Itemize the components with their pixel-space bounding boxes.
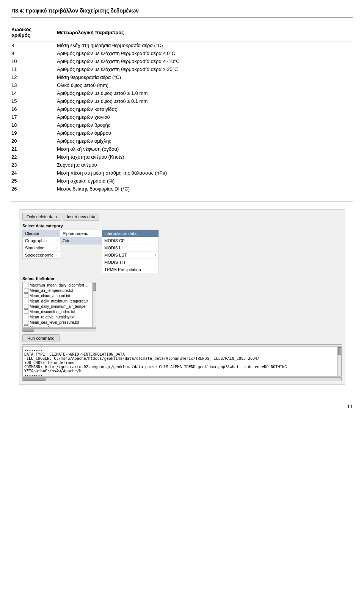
file-name: Mean_air_temperature.txt — [30, 288, 73, 293]
table-row: 24Μέση πίεση στη μέση στάθμη της θάλασσα… — [11, 169, 353, 177]
table-cell-param: Αριθμός ημερών με ελάχιστη θερμοκρασία α… — [57, 49, 353, 57]
cmd-line: -------- — [24, 348, 336, 352]
file-name: Mean_daily_maximum_temperatur — [30, 299, 88, 303]
cmd-output[interactable]: --------DATA TYPE: CLIMATE->GRID->INTERP… — [22, 346, 338, 377]
subcategory-label: Grid — [63, 238, 71, 243]
table-row: 15Αριθμός ημερών με ύψος υετού ≥ 0.1 mm — [11, 97, 353, 105]
cmd-scroll-thumb — [338, 347, 341, 355]
file-name: Mean_sea_level_pressure.txt — [30, 320, 79, 325]
delete-data-button[interactable]: Only delete data — [22, 213, 61, 221]
page-number: 11 — [0, 400, 364, 413]
table-row: 14Αριθμός ημερών με ύψος υετού ≥ 1.0 mm — [11, 89, 353, 97]
file-section: Select file/folder Maximun_mean_daily_di… — [22, 276, 342, 342]
file-name: Mean_daily_minimum_air_temper — [30, 304, 87, 309]
file-item[interactable]: Mean_discomfort_index.txt — [23, 309, 92, 314]
table-row: 16Αριθμός ημερών καταιγίδας — [11, 105, 353, 113]
chevron-right-icon: › — [98, 232, 99, 235]
file-item[interactable]: Mean_relative_humidity.txt — [23, 314, 92, 320]
table-cell-param: Συχνότητα ανέμου — [57, 161, 353, 169]
category-item-simulation[interactable]: Simulation› — [23, 244, 60, 252]
col2-header: Μετεωρολογική παράμετρος — [57, 25, 353, 41]
file-name: Mean_relative_humidity.txt — [30, 315, 74, 319]
table-row: 20Αριθμός ημερών ομίχλης — [11, 137, 353, 145]
table-cell-code: 17 — [11, 113, 57, 121]
table-cell-param: Αριθμός ημερών καταιγίδας — [57, 105, 353, 113]
file-list-wrapper: Maximun_mean_daily_dicomfort_...Mean_air… — [22, 282, 342, 328]
table-cell-code: 12 — [11, 73, 57, 81]
file-item[interactable]: Mean_air_temperature.txt — [23, 288, 92, 293]
file-icon — [24, 315, 28, 319]
chevron-right-icon: › — [56, 239, 58, 243]
cmd-line: DATA TYPE: CLIMATE->GRID->INTERPOLATION_… — [24, 352, 336, 356]
table-row: 19Αριθμός ημερών όμβρου — [11, 129, 353, 137]
thirdlevel-item-interpolation-data[interactable]: Interpolation data — [102, 230, 158, 237]
table-cell-param: Αριθμός ημερών βροχής — [57, 121, 353, 129]
table-cell-param: Μέσος δείκτης δυσφορίας DI (°C) — [57, 185, 353, 194]
table-row: 8Μέση ελάχιστη ημερήσια θερμοκρασία αέρα… — [11, 41, 353, 50]
table-row: 25Μέση σχετική υγρασία (%) — [11, 177, 353, 185]
table-row: 9Αριθμός ημερών με ελάχιστη θερμοκρασία … — [11, 49, 353, 57]
file-scrollbar-h[interactable] — [22, 328, 96, 332]
file-icon — [24, 325, 28, 328]
table-border — [11, 202, 353, 202]
table-cell-code: 22 — [11, 153, 57, 161]
file-icon — [24, 299, 28, 303]
file-item[interactable]: Mean_sea_level_pressure.txt — [23, 320, 92, 325]
table-cell-code: 24 — [11, 169, 57, 177]
chevron-right-icon: › — [56, 232, 58, 235]
table-cell-param: Μέση θερμοκρασία αέρα (°C) — [57, 73, 353, 81]
document-section: Π3.4: Γραφικό περιβάλλον διαχείρισης δεδ… — [0, 0, 364, 396]
scroll-thumb — [93, 283, 96, 291]
category-item-geographic[interactable]: Geographic› — [23, 237, 60, 244]
table-cell-code: 8 — [11, 41, 57, 50]
file-section-label: Select file/folder — [22, 276, 342, 281]
file-list[interactable]: Maximun_mean_daily_dicomfort_...Mean_air… — [22, 282, 93, 328]
table-cell-code: 23 — [11, 161, 57, 169]
file-item[interactable]: Mean_daily_maximum_temperatur — [23, 298, 92, 304]
table-row: 12Μέση θερμοκρασία αέρα (°C) — [11, 73, 353, 81]
table-row: 23Συχνότητα ανέμου — [11, 161, 353, 169]
file-scrollbar-v[interactable] — [93, 282, 96, 328]
category-item-climate[interactable]: Climate› — [23, 230, 60, 237]
thirdlevel-label: MODIS LI — [104, 246, 122, 250]
run-command-button[interactable]: Run command — [22, 334, 60, 342]
table-cell-code: 15 — [11, 97, 57, 105]
table-row: 26Μέσος δείκτης δυσφορίας DI (°C) — [11, 185, 353, 194]
button-row: Only delete data Insert new data — [22, 213, 342, 221]
table-cell-code: 14 — [11, 89, 57, 97]
table-row: 11Αριθμός ημερών με ελάχιστη θερμοκρασία… — [11, 65, 353, 73]
file-item[interactable]: Maximun_mean_daily_dicomfort_... — [23, 282, 92, 288]
subcategory-item-grid[interactable]: Grid› — [60, 237, 102, 244]
table-cell-param: Ολικό ύψος υετού (mm) — [57, 81, 353, 89]
category-label: Socioeconomic — [25, 253, 53, 257]
cmd-line: YOU CHOSE TO undefined — [24, 361, 336, 365]
chevron-right-icon: › — [155, 253, 156, 257]
thirdlevel-item-modis-cf[interactable]: MODIS CF — [102, 237, 158, 244]
thirdlevel-item-modis-tti[interactable]: MODIS TTI — [102, 259, 158, 266]
thirdlevel-label: TRMM Precipitation — [104, 267, 141, 272]
file-item[interactable]: Mean_wind_speed.txt — [23, 325, 92, 328]
file-name: Mean_cloud_amount.txt — [30, 294, 70, 298]
thirdlevel-label: Interpolation data — [104, 231, 136, 236]
cmd-output-wrapper: --------DATA TYPE: CLIMATE->GRID->INTERP… — [22, 346, 342, 377]
subcategory-item-alphanumeric[interactable]: Alphanumeric› — [60, 230, 102, 237]
insert-data-button[interactable]: Insert new data — [63, 213, 99, 221]
thirdlevel-item-trmm-precipitation[interactable]: TRMM Precipitation — [102, 266, 158, 273]
ui-screenshot: Only delete data Insert new data Select … — [19, 210, 345, 384]
thirdlevel-item-modis-li[interactable]: MODIS LI — [102, 244, 158, 252]
cmd-scrollbar-v[interactable] — [338, 346, 342, 377]
category-item-socioeconomic[interactable]: Socioeconomic› — [23, 252, 60, 258]
table-row: 17Αριθμός ημερών χιονιού — [11, 113, 353, 121]
file-icon — [24, 288, 28, 293]
file-item[interactable]: Mean_daily_minimum_air_temper — [23, 304, 92, 309]
table-cell-param: Μέση ταχύτητα ανέμου (Knots) — [57, 153, 353, 161]
file-icon — [24, 304, 28, 309]
thirdlevel-item-modis-lst[interactable]: MODIS LST› — [102, 252, 158, 259]
table-cell-code: 21 — [11, 145, 57, 153]
file-icon — [24, 293, 28, 298]
cmd-scrollbar-h[interactable] — [22, 377, 342, 381]
cmd-scrollbar-thumb-h — [23, 378, 46, 381]
file-item[interactable]: Mean_cloud_amount.txt — [23, 293, 92, 298]
chevron-right-icon: › — [56, 246, 58, 250]
table-cell-param: Αριθμός ημερών χιονιού — [57, 113, 353, 121]
